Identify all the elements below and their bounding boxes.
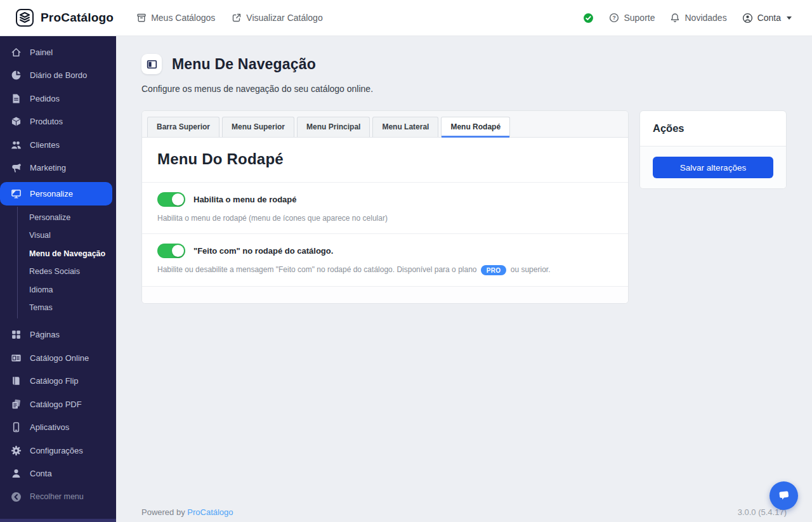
pro-plan-badge: PRO [481, 265, 507, 275]
sidebar-item-produtos[interactable]: Produtos [0, 110, 116, 134]
sidebar-item-paginas[interactable]: Páginas [0, 323, 116, 347]
setting-help: Habilita o menu de rodapé (menu de ícone… [157, 214, 613, 223]
chevron-down-icon [787, 16, 792, 20]
sidebar-item-label: Clientes [30, 140, 60, 150]
gear-icon [11, 445, 22, 456]
sidebar-item-painel[interactable]: Painel [0, 41, 116, 64]
powered-by-text: Powered by [141, 507, 185, 517]
setting-enable-footer-menu: Habilita o menu de rodapé Habilita o men… [142, 183, 628, 234]
sidebar-item-label: Páginas [30, 330, 60, 339]
card-layout-icon [11, 353, 22, 363]
submenu-item-menu-de-navegacao[interactable]: Menu de Navegação [29, 245, 116, 263]
powered-by: Powered by ProCatálogo [141, 507, 233, 517]
collapse-arrow-icon [11, 492, 22, 502]
sidebar-item-label: Personalize [30, 189, 73, 199]
actions-panel-header: Ações [640, 111, 786, 147]
sidebar-item-marketing[interactable]: Marketing [0, 157, 116, 180]
nav-label: Meus Catálogos [151, 13, 215, 23]
personalize-submenu: Personalize Visual Menu de Navegação Red… [17, 207, 116, 318]
mobile-phone-icon [11, 422, 22, 433]
sidebar-item-clientes[interactable]: Clientes [0, 133, 116, 157]
sidebar: Painel Diário de Bordo Pedidos Produtos [0, 36, 116, 522]
nav-visualizar-catalogo[interactable]: Visualizar Catálogo [232, 13, 322, 23]
procatalogo-footer-link[interactable]: ProCatálogo [187, 507, 233, 517]
main-content: Menu De Navegação Configure os menus de … [116, 36, 812, 522]
sidebar-item-label: Aplicativos [30, 422, 69, 432]
section-header: Menu Do Rodapé [142, 138, 628, 183]
submenu-item-redes-sociais[interactable]: Redes Sociais [29, 263, 116, 281]
submenu-item-visual[interactable]: Visual [29, 226, 116, 245]
submenu-item-personalize[interactable]: Personalize [29, 209, 116, 227]
external-link-icon [232, 13, 242, 23]
home-icon [11, 47, 22, 58]
sidebar-item-personalize[interactable]: Personalize [0, 182, 112, 206]
svg-text:?: ? [613, 15, 616, 21]
page-subtitle: Configure os menus de navegação do seu c… [141, 84, 787, 94]
sidebar-item-label: Painel [30, 48, 53, 57]
sidebar-collapse-button[interactable]: Recolher menu [0, 485, 116, 509]
nav-suporte[interactable]: ? Suporte [609, 13, 655, 23]
sidebar-item-catalogo-online[interactable]: Catálogo Online [0, 346, 116, 370]
page-title-icon-card [141, 54, 162, 74]
sidebar-item-pedidos[interactable]: Pedidos [0, 87, 116, 110]
status-check-icon[interactable] [583, 13, 594, 23]
sidebar-item-conta[interactable]: Conta [0, 462, 116, 486]
tab-menu-principal[interactable]: Menu Principal [297, 117, 370, 137]
grid-icon [11, 329, 22, 340]
help-prefix: Habilite ou desabilite a mensagem "Feito… [157, 265, 477, 274]
bell-icon [670, 13, 680, 23]
nav-novidades[interactable]: Novidades [670, 13, 726, 23]
tab-menu-superior[interactable]: Menu Superior [222, 117, 294, 137]
page-header: Menu De Navegação Configure os menus de … [141, 54, 787, 94]
submenu-item-temas[interactable]: Temas [29, 299, 116, 317]
sidebar-item-label: Pedidos [30, 94, 60, 103]
sidebar-item-label: Catálogo Online [30, 353, 89, 363]
nav-label: Suporte [624, 13, 655, 23]
chat-fab-button[interactable] [769, 481, 798, 510]
megaphone-icon [11, 162, 22, 173]
files-icon [11, 399, 22, 410]
menu-tabs: Barra Superior Menu Superior Menu Princi… [142, 111, 628, 138]
sidebar-item-aplicativos[interactable]: Aplicativos [0, 416, 116, 440]
sidebar-item-label: Configurações [30, 446, 83, 455]
tab-barra-superior[interactable]: Barra Superior [147, 117, 219, 137]
sidebar-item-configuracoes[interactable]: Configurações [0, 439, 116, 462]
header-nav: Meus Catálogos Visualizar Catálogo [136, 13, 323, 23]
sidebar-layout-icon [147, 59, 157, 70]
actions-panel-body: Salvar alterações [640, 147, 786, 188]
sidebar-item-label: Catálogo PDF [30, 400, 82, 409]
footer-menu-toggle[interactable] [157, 192, 185, 207]
nav-meus-catalogos[interactable]: Meus Catálogos [136, 13, 215, 23]
setting-label: "Feito com" no rodapé do catálogo. [193, 246, 333, 256]
sidebar-item-catalogo-flip[interactable]: Catálogo Flip [0, 370, 116, 393]
nav-label: Visualizar Catálogo [246, 13, 322, 23]
document-icon [11, 93, 22, 104]
help-circle-icon: ? [609, 13, 619, 23]
monitor-icon [11, 188, 22, 199]
save-changes-button[interactable]: Salvar alterações [653, 157, 773, 178]
brand-name: ProCatálogo [41, 11, 114, 25]
chat-bubble-icon [777, 489, 791, 503]
nav-conta[interactable]: Conta [742, 13, 792, 23]
box-icon [11, 116, 22, 127]
user-circle-icon [742, 13, 753, 23]
sidebar-item-diario-de-bordo[interactable]: Diário de Bordo [0, 64, 116, 88]
submenu-item-idioma[interactable]: Idioma [29, 281, 116, 299]
nav-label: Conta [757, 13, 781, 23]
brand[interactable]: ProCatálogo [15, 8, 114, 27]
pie-chart-icon [11, 70, 22, 81]
actions-title: Ações [653, 122, 773, 134]
sidebar-item-label: Catálogo Flip [30, 376, 79, 386]
book-icon [11, 375, 22, 386]
navigation-menu-card: Barra Superior Menu Superior Menu Princi… [141, 110, 629, 304]
sidebar-item-catalogo-pdf[interactable]: Catálogo PDF [0, 393, 116, 416]
sidebar-item-label: Recolher menu [30, 492, 84, 501]
tab-menu-lateral[interactable]: Menu Lateral [372, 117, 438, 137]
page-title: Menu De Navegação [172, 56, 316, 73]
main-footer: Powered by ProCatálogo 3.0.0 (5.4.17) [141, 507, 787, 517]
card-footer-strip [142, 287, 628, 303]
feito-com-toggle[interactable] [157, 244, 185, 258]
tab-menu-rodape[interactable]: Menu Rodapé [441, 117, 510, 137]
help-suffix: ou superior. [511, 265, 551, 274]
actions-panel: Ações Salvar alterações [639, 110, 787, 189]
